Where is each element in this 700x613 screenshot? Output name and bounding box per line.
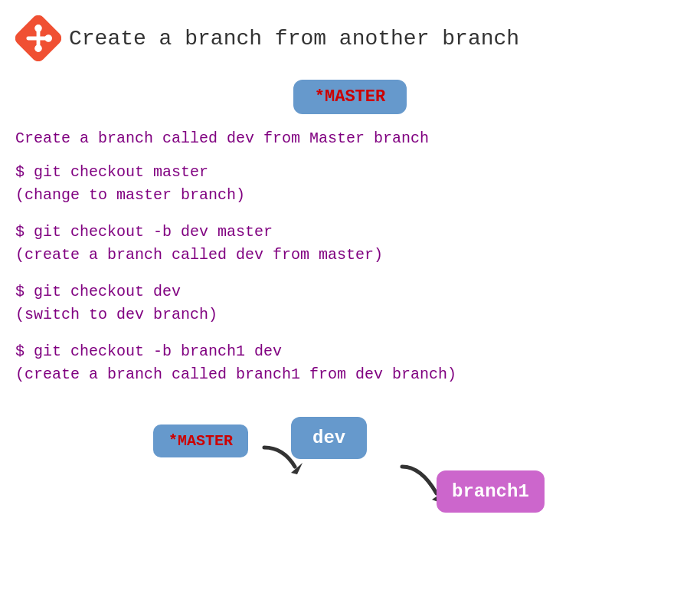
svg-point-3 xyxy=(35,25,41,31)
code-block-4: $ git checkout -b branch1 dev (create a … xyxy=(15,340,685,386)
branch-diagram: *MASTER dev branch1 xyxy=(153,402,685,539)
diagram-branch1-badge: branch1 xyxy=(437,470,545,513)
git-logo xyxy=(15,15,61,61)
comment-line-4: (create a branch called branch1 from dev… xyxy=(15,363,685,386)
diagram-dev-badge: dev xyxy=(291,417,367,459)
code-block-3: $ git checkout dev (switch to dev branch… xyxy=(15,280,685,326)
master-badge-top: *MASTER xyxy=(293,80,407,114)
comment-line-2: (create a branch called dev from master) xyxy=(15,244,685,267)
code-line-3: $ git checkout dev xyxy=(15,280,685,303)
code-block-1: $ git checkout master (change to master … xyxy=(15,161,685,207)
page-title: Create a branch from another branch xyxy=(69,27,519,51)
code-line-1: $ git checkout master xyxy=(15,161,685,184)
code-line-4: $ git checkout -b branch1 dev xyxy=(15,340,685,363)
code-block-2: $ git checkout -b dev master (create a b… xyxy=(15,221,685,267)
svg-point-5 xyxy=(45,35,51,41)
comment-line-3: (switch to dev branch) xyxy=(15,303,685,326)
comment-line-1: (change to master branch) xyxy=(15,184,685,207)
code-line-2: $ git checkout -b dev master xyxy=(15,221,685,244)
svg-point-4 xyxy=(35,45,41,51)
page-header: Create a branch from another branch xyxy=(15,15,685,61)
master-badge-top-container: *MASTER xyxy=(15,80,685,114)
diagram-master-badge: *MASTER xyxy=(153,425,248,457)
description-text: Create a branch called dev from Master b… xyxy=(15,129,685,147)
